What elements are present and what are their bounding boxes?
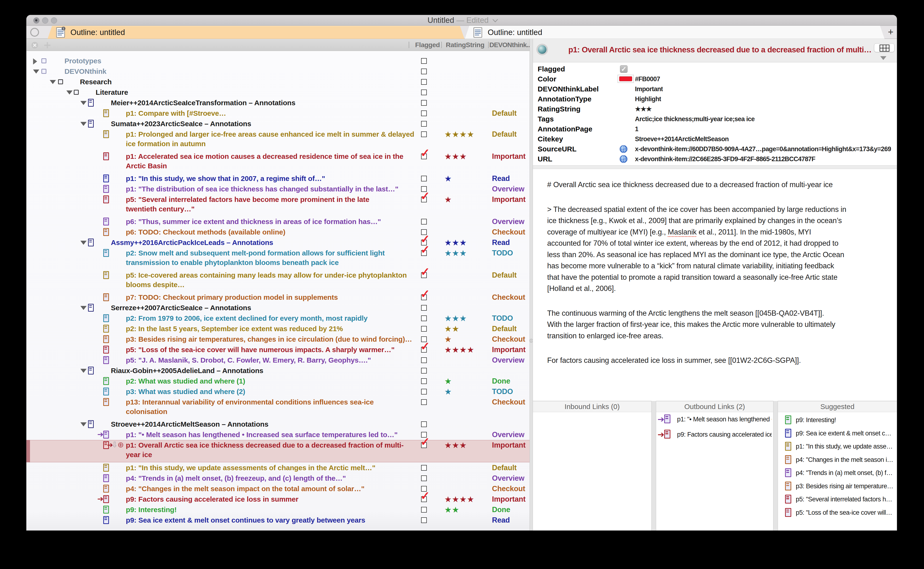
rating-stars[interactable]: ★★★ [445,248,467,258]
rating-stars[interactable]: ★★★ [445,313,467,323]
outline-row[interactable]: ➔ ⇩ ⊕ Riaux-Gobin++2005AdelieLand – Anno… [26,365,530,376]
flag-checkbox[interactable] [421,475,427,481]
flag-checkbox[interactable] [421,90,427,95]
outline-row[interactable]: ➔ ➔ ⇩ ⊕ p9: Factors causing accelerated … [26,494,530,505]
color-swatch[interactable] [618,75,634,83]
outline-row[interactable]: ➔ ⇩ ⊕ p5: "J. A. Maslanik, S. Drobot, C.… [26,355,530,365]
flag-checkbox[interactable] [421,100,427,106]
chevron-down-icon[interactable] [492,17,498,22]
flag-checkbox[interactable] [421,176,427,181]
annotation-document[interactable]: # Overall Arctic sea ice thickness decre… [533,169,897,401]
outline-row[interactable]: ➔ ⇩ ⊕ p7: TODO: Checkout primary product… [26,292,530,303]
outline-row[interactable]: ➔ ⇩ ⊕ p1: Overall Arctic sea ice thickne… [26,440,530,463]
outline-row[interactable]: ➔ ⇩ ⊕ p5: "Several interrelated factors … [26,194,530,214]
suggested-item[interactable]: p4: "Changes in the melt season i… [778,453,897,467]
rating-stars[interactable]: ★★★ [445,152,467,161]
rating-stars[interactable]: ★★★★ [445,494,474,504]
outline-row[interactable]: ➔ ⇩ ⊕ p1: "The distribution of sea ice t… [26,184,530,194]
flag-checkbox[interactable] [421,219,427,225]
suggested-item[interactable]: p5: "Loss of the sea-ice cover will… [778,506,897,519]
rating-stars[interactable]: ★ [445,335,452,344]
outline-row[interactable]: ➔ ⇩ ⊕ DEVONthink [26,66,530,77]
tab-outline-inactive[interactable]: Outline: untitled [465,26,885,39]
outline-row[interactable]: ➔ ⇩ ⊕ Sumata++2023ArcticSeaIce – Annotat… [26,119,530,129]
disclosure-triangle-expanded[interactable] [80,122,86,126]
outline-row[interactable]: ➔ ⇩ ⊕ p2: What was studied and where (1)… [26,376,530,386]
flag-checkbox[interactable] [421,58,427,64]
disclosure-triangle-expanded[interactable] [80,369,86,373]
suggested-item[interactable]: p3: Besides rising air temperature… [778,480,897,493]
rating-stars[interactable]: ★★★ [445,440,467,450]
column-header-devonthink[interactable]: DEVONthink.. [489,39,530,51]
outline-row[interactable]: ➔ ⇩ ⊕ p6: "Thus, summer ice extent and t… [26,216,530,227]
rating-stars[interactable]: ★★★ [445,238,467,247]
link-item[interactable]: ➔ p1: "• Melt season has lengthened •… [656,412,773,428]
pane-splitter[interactable] [530,39,533,531]
flag-checkbox[interactable] [421,111,427,116]
flag-checkbox[interactable] [421,421,427,427]
remove-column-icon[interactable] [31,41,38,49]
outline-row[interactable]: ➔ ⇩ ⊕ p9: Sea ice extent & melt onset co… [26,515,530,525]
outline-row[interactable]: ➔ ⇩ ⊕ Literature [26,87,530,97]
tab-outline-active[interactable]: i Outline: untitled [48,26,464,39]
outline-row[interactable]: ➔ ⇩ ⊕ p5: "Loss of the sea-ice cover wil… [26,344,530,355]
outline-row[interactable]: ➔ ⇩ ⊕ p6: TODO: Checkout methods (availa… [26,227,530,237]
outline-row[interactable]: ➔ ⇩ ⊕ p2: Snow melt and subsequent melt-… [26,248,530,268]
link-item[interactable]: ➔ p9: Factors causing accelerated ice… [656,428,773,443]
down-arrow-icon[interactable]: ⇩ [111,440,118,449]
flag-checkbox[interactable] [421,121,427,127]
flag-checkbox[interactable] [421,68,427,74]
suggested-item[interactable]: p9: Interesting! [778,414,897,427]
flag-checkbox[interactable] [421,517,427,523]
rating-stars[interactable]: ★ [445,387,452,396]
rating-stars[interactable]: ★★★★ [445,129,474,139]
outline-row[interactable]: ➔ ⇩ ⊕ p1: "In this study, we show that i… [26,173,530,184]
flag-checkbox[interactable] [421,368,427,374]
outline-row[interactable]: ➔ ⇩ ⊕ p5: Ice-covered areas containing m… [26,270,530,290]
column-header-ratingstring[interactable]: RatingString [446,39,484,51]
disclosure-triangle-expanded[interactable] [50,80,56,84]
outline-row[interactable]: ➔ ⇩ ⊕ p3: What was studied and where (2)… [26,386,530,397]
disclosure-triangle-expanded[interactable] [33,70,39,73]
flag-checkbox[interactable] [421,378,427,384]
disclosure-triangle-expanded[interactable] [80,306,86,310]
disclosure-triangle-expanded[interactable] [66,90,73,94]
outline-row[interactable]: ➔ ⇩ ⊕ p4: "Trends in (a) melt onset, (b)… [26,473,530,484]
flagged-checkbox[interactable]: ✓ [620,65,628,73]
outline-row[interactable]: ➔ ➔ ⇩ ⊕ p1: "• Melt season has lengthene… [26,429,530,440]
suggested-item[interactable]: p4: "Trends in (a) melt onset, (b) f… [778,466,897,480]
outline-row[interactable]: ➔ ⇩ ⊕ p4: "Changes in the melt season im… [26,484,530,494]
outline-row[interactable]: ➔ ⇩ ⊕ Meier++2014ArcticSeaIceTransformat… [26,97,530,108]
outline-row[interactable]: ➔ ⇩ ⊕ p3: Besides rising air temperature… [26,334,530,344]
rating-stars[interactable]: ★ [445,376,452,386]
rating-stars[interactable]: ★★★★ [445,345,474,354]
add-circle-icon[interactable]: ⊕ [118,440,124,449]
flag-checkbox[interactable] [421,465,427,471]
new-tab-button[interactable]: + [885,26,897,39]
disclosure-triangle-collapsed[interactable] [33,58,37,64]
disclosure-triangle-expanded[interactable] [80,241,86,245]
flag-checkbox[interactable] [421,131,427,137]
column-header-flagged[interactable]: Flagged [415,39,440,51]
table-view-button[interactable] [874,43,895,52]
disclosure-triangle-expanded[interactable] [80,101,86,105]
flag-checkbox[interactable] [421,389,427,394]
flag-checkbox[interactable] [421,507,427,513]
suggested-item[interactable]: p5: "Several interrelated factors h… [778,493,897,506]
flag-checkbox[interactable] [421,79,427,85]
rating-stars[interactable]: ★ [445,195,452,204]
collapse-header-triangle[interactable] [880,56,886,60]
outline-row[interactable]: ➔ ⇩ ⊕ p2: From 1979 to 2006, ice extent … [26,313,530,324]
flag-checkbox[interactable] [421,399,427,405]
suggested-item[interactable]: p9: Sea ice extent & melt onset c… [778,427,897,440]
suggested-item[interactable]: p1: "In this study, we update asse… [778,440,897,453]
outline-row[interactable]: ➔ ⇩ ⊕ p2: In the last 5 years, September… [26,324,530,334]
globe-icon[interactable] [619,145,628,153]
flag-checkbox[interactable] [421,326,427,332]
outline-row[interactable]: ➔ ⇩ ⊕ p1: Prolonged and larger ice-free … [26,129,530,149]
outline-row[interactable]: ➔ ⇩ ⊕ p1: Accelerated sea ice motion cau… [26,151,530,171]
outline-row[interactable]: ➔ ⇩ ⊕ p1: "In this study, we update asse… [26,463,530,473]
outline-row[interactable]: ➔ ⇩ ⊕ p9: Interesting! ★★ Done [26,505,530,515]
rating-stars[interactable]: ★★ [445,505,460,514]
sidebar-toggle-button[interactable] [30,28,39,37]
